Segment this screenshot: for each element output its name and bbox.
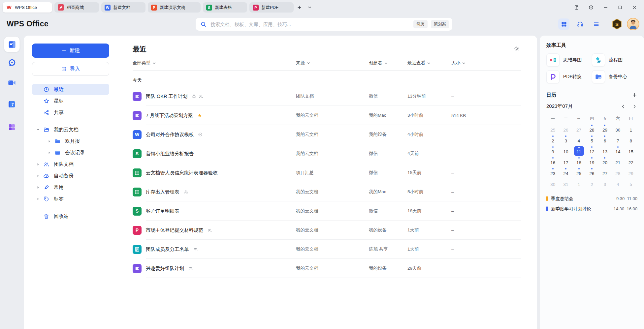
calendar-day[interactable]: 14 [611,145,624,156]
caret-down-icon[interactable] [36,128,40,131]
calendar-day[interactable]: 5 [585,135,598,145]
tool-2[interactable]: PDF转换 [546,70,592,83]
support-headset-button[interactable] [574,18,586,30]
calendar-day[interactable]: 8 [625,135,637,145]
sidebar-tree-item-5[interactable]: 常用 [32,182,109,193]
filter-4[interactable]: 大小 [451,60,521,66]
caret-right-icon[interactable] [36,186,40,189]
calendar-day[interactable]: 3 [598,178,611,189]
tab-doc-1[interactable]: 稻壳商城 [54,2,99,13]
rail-item-chat[interactable] [7,58,17,68]
search-tag-resume[interactable]: 简历 [413,20,428,28]
calendar-next-button[interactable] [633,104,636,109]
caret-right-icon[interactable] [36,197,40,200]
close-button[interactable] [632,5,637,10]
avatar[interactable] [627,18,639,30]
sidebar-tree-item-0[interactable]: 我的云文档 [32,124,109,135]
file-row[interactable]: W公司对外合作协议模板我的云文档我的设备4小时前– [133,125,521,144]
calendar-day[interactable]: 13 [598,145,611,156]
file-row[interactable]: S营销小组业绩分析报告我的云文档微信4天前– [133,144,521,163]
search-bar[interactable]: 简历 策划案 [196,18,452,31]
calendar-day[interactable]: 7 [611,135,624,145]
file-row[interactable]: P市场主体登记提交材料规范我的云文档我的设备1天前– [133,221,521,240]
file-row[interactable]: 7 月线下活动策划方案我的云文档我的Mac3小时前514 KB [133,106,521,125]
calendar-day[interactable]: 12 [585,145,598,156]
calendar-day[interactable]: 28 [611,167,624,178]
menu-button[interactable] [591,18,602,30]
calendar-day[interactable]: 17 [559,156,572,167]
new-tab-button[interactable] [295,3,304,12]
workspace-button[interactable] [588,5,594,10]
new-document-button[interactable]: 新建 [32,44,109,58]
sidebar-tree-item-6[interactable]: 标签 [32,193,109,205]
sidebar-tree-item-2[interactable]: 会议记录 [32,147,109,159]
tab-list-chevron-icon[interactable] [306,3,314,12]
calendar-day[interactable]: 11 [572,145,585,156]
file-row[interactable]: 团队成员及分工名单我的云文档陈旭 共享1天前– [133,240,521,259]
calendar-day[interactable]: 9 [546,145,559,156]
calendar-day[interactable]: 5 [625,178,637,189]
calendar-day[interactable]: 6 [598,135,611,145]
devices-button[interactable] [574,5,579,10]
file-row[interactable]: 云文档管人员信息统计表理器验收项目汇总微信15天前– [133,163,521,182]
calendar-day[interactable]: 18 [572,156,585,167]
settings-gear-icon[interactable] [514,45,520,52]
calendar-day[interactable]: 10 [559,145,572,156]
calendar-day[interactable]: 27 [572,124,585,135]
calendar-day[interactable]: 3 [559,135,572,145]
rail-item-documents[interactable] [4,37,20,52]
calendar-day[interactable]: 31 [559,178,572,189]
tab-doc-2[interactable]: W新建文档 [101,2,145,13]
calendar-day[interactable]: 27 [598,167,611,178]
tool-0[interactable]: 思维导图 [546,53,592,67]
calendar-day[interactable]: 4 [611,178,624,189]
calendar-day[interactable]: 2 [585,178,598,189]
search-input[interactable] [210,21,410,27]
calendar-day[interactable]: 20 [598,156,611,167]
tab-doc-3[interactable]: P新建演示文稿 [148,2,201,13]
caret-right-icon[interactable] [36,163,40,166]
sidebar-item-0[interactable]: 最近 [32,84,109,95]
calendar-day[interactable]: 30 [611,124,624,135]
calendar-day[interactable]: 23 [546,167,559,178]
sidebar-item-1[interactable]: 星标 [32,95,109,106]
calendar-day[interactable]: 28 [585,124,598,135]
minimize-button[interactable] [603,5,608,10]
calendar-prev-button[interactable] [622,104,625,109]
calendar-day[interactable]: 19 [585,156,598,167]
calendar-event[interactable]: 季度总结会9:30–11:00 [546,194,637,204]
tab-wps-home[interactable]: WPS Office [3,2,52,13]
sidebar-tree-item-4[interactable]: 自动备份 [32,170,109,182]
svip-badge-icon[interactable]: S [612,19,622,30]
tab-doc-4[interactable]: S新建表格 [203,2,247,13]
calendar-day[interactable]: 1 [625,124,637,135]
filter-2[interactable]: 创建者 [369,60,407,66]
sidebar-item-trash[interactable]: 回收站 [32,211,109,222]
calendar-day[interactable]: 21 [611,156,624,167]
calendar-day[interactable]: 25 [546,124,559,135]
rail-item-apps[interactable] [7,122,17,133]
caret-right-icon[interactable] [47,151,51,154]
sidebar-tree-item-1[interactable]: 双月报 [32,135,109,147]
filter-0[interactable]: 全部类型 [133,60,296,66]
calendar-day[interactable]: 25 [572,167,585,178]
file-row[interactable]: S客户订单明细表我的云文档微信18天前– [133,201,521,221]
tool-3[interactable]: 备份中心 [592,70,637,83]
calendar-day[interactable]: 15 [625,145,637,156]
sidebar-tree-item-3[interactable]: 团队文档 [32,159,109,170]
rail-item-meetings[interactable] [7,77,17,88]
calendar-add-button[interactable] [632,92,637,98]
calendar-day[interactable]: 30 [546,178,559,189]
calendar-day[interactable]: 1 [572,178,585,189]
search-tag-plan[interactable]: 策划案 [431,20,449,28]
filter-3[interactable]: 最近查看 [407,60,451,66]
file-row[interactable]: 兴趣爱好组队计划我的云文档我的设备29天前– [133,259,521,278]
calendar-day[interactable]: 24 [559,167,572,178]
calendar-day[interactable]: 29 [625,167,637,178]
tab-doc-5[interactable]: P新建PDF [249,2,294,13]
calendar-day[interactable]: 29 [598,124,611,135]
file-row[interactable]: 团队 OKR 工作计划团队文档微信13分钟前– [133,87,521,106]
import-button[interactable]: 导入 [32,62,109,76]
calendar-event[interactable]: 新季度学习计划讨论14:30–16:00 [546,204,637,214]
calendar-day[interactable]: 22 [625,156,637,167]
